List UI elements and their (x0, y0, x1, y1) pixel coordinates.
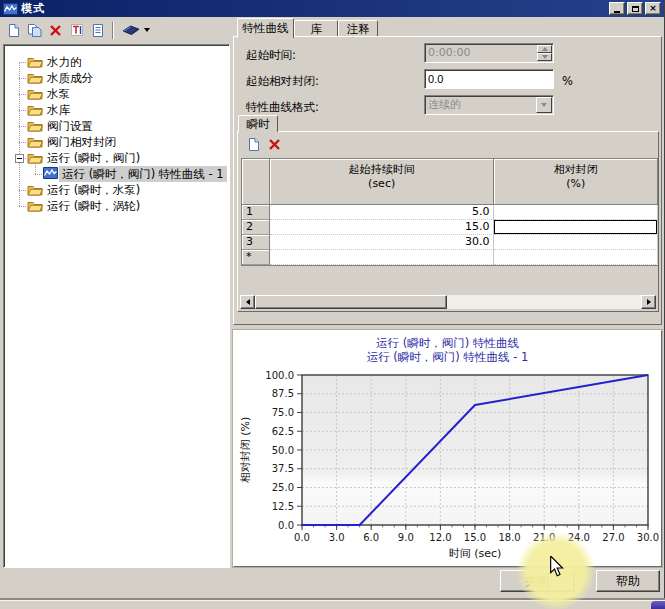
folder-icon (27, 135, 43, 148)
x-tick-label: 27.0 (602, 532, 624, 543)
closure-cell[interactable] (494, 205, 658, 220)
tree-stub-line (19, 94, 26, 95)
maximize-button[interactable] (627, 2, 643, 15)
tree-item-0[interactable]: 水力的 (6, 54, 227, 70)
folder-icon (27, 199, 43, 212)
x-tick-label: 24.0 (568, 532, 590, 543)
taskbar-corner-accent (651, 601, 665, 609)
tree-item-9[interactable]: 运行 (瞬时，涡轮) (6, 198, 227, 214)
tab-transient[interactable]: 瞬时 (238, 115, 278, 132)
tree-collapse-toggle[interactable] (15, 154, 24, 163)
delete-button[interactable] (45, 20, 66, 40)
help-button[interactable]: 帮助 (596, 570, 660, 592)
closure-cell[interactable] (494, 220, 658, 235)
column-unit: (%) (566, 177, 585, 190)
transient-sub-panel: 起始持续时间(sec)相对封闭(%)15.0215.0330.0* (237, 131, 659, 312)
grid-toolbar (243, 134, 285, 154)
mode-dialog: 模式 × 水力的水质成分水泵水库阀门设置阀门相对封闭运行 (瞬时，阀门)运行 (… (0, 0, 665, 600)
x-tick-label: 0.0 (294, 532, 310, 543)
tree-item-1[interactable]: 水质成分 (6, 70, 227, 86)
library-button[interactable] (118, 20, 152, 40)
chart-subtitle: 运行 (瞬时，阀门) 特性曲线 - 1 (234, 350, 661, 365)
column-header-0[interactable] (242, 159, 270, 205)
initial-closure-input[interactable] (424, 69, 554, 89)
scroll-right-button[interactable] (641, 295, 656, 309)
initial-closure-label: 起始相对封闭: (246, 71, 319, 91)
percent-unit-label: % (562, 71, 573, 91)
start-time-spinner[interactable]: 0:00:00 (424, 43, 554, 63)
delete-row-button[interactable] (264, 134, 285, 154)
column-unit: (sec) (368, 177, 395, 190)
tree-item-5[interactable]: 阀门相对封闭 (6, 134, 227, 150)
duration-cell[interactable]: 5.0 (270, 205, 494, 220)
tree-stub-line (19, 190, 26, 191)
tree-item-2[interactable]: 水泵 (6, 86, 227, 102)
rename-button[interactable] (66, 20, 87, 40)
tab-0[interactable]: 特性曲线 (237, 18, 294, 38)
curve-format-dropdown[interactable]: 连续的 (424, 95, 554, 115)
rename-icon (70, 23, 84, 37)
scrollbar-thumb[interactable] (255, 295, 447, 309)
tree-stub-line (19, 62, 26, 63)
properties-icon (91, 23, 105, 38)
characteristic-curve-tab-panel: 起始时间: 0:00:00 起始相对封闭: % 特性曲线格式: 连续的 瞬时 起… (233, 36, 662, 325)
tree-item-6[interactable]: 运行 (瞬时，阀门) (6, 150, 227, 166)
screen: 模式 × 水力的水质成分水泵水库阀门设置阀门相对封闭运行 (瞬时，阀门)运行 (… (0, 0, 665, 609)
add-row-button[interactable] (243, 134, 264, 154)
y-tick-label: 75.0 (272, 407, 294, 418)
properties-button[interactable] (87, 20, 108, 40)
points-table[interactable]: 起始持续时间(sec)相对封闭(%)15.0215.0330.0* (241, 158, 659, 266)
tree-item-7[interactable]: 运行 (瞬时，阀门) 特性曲线 - 1 (6, 166, 227, 182)
horizontal-scrollbar[interactable] (240, 295, 656, 309)
closure-cell[interactable] (494, 235, 658, 250)
duration-cell[interactable]: 15.0 (270, 220, 494, 235)
closure-cell[interactable] (494, 250, 658, 265)
folder-icon (27, 183, 43, 196)
dropdown-button[interactable] (536, 97, 552, 113)
tree-item-3[interactable]: 水库 (6, 102, 227, 118)
tab-2[interactable]: 注释 (338, 20, 378, 37)
close-window-button[interactable]: × (645, 2, 661, 15)
tree-item-8[interactable]: 运行 (瞬时，水泵) (6, 182, 227, 198)
chart-title: 运行 (瞬时，阀门) 特性曲线 (234, 336, 661, 351)
spin-down-button[interactable] (537, 53, 552, 61)
app-icon (3, 3, 18, 15)
spin-up-icon (542, 47, 548, 51)
new-button[interactable] (3, 20, 24, 40)
scroll-left-button[interactable] (240, 295, 255, 309)
model-tree[interactable]: 水力的水质成分水泵水库阀门设置阀门相对封闭运行 (瞬时，阀门)运行 (瞬时，阀门… (3, 44, 230, 568)
row-header[interactable]: 3 (242, 235, 270, 250)
titlebar[interactable]: 模式 × (0, 0, 664, 17)
duration-cell[interactable]: 30.0 (270, 235, 494, 250)
close-dialog-button[interactable]: 关闭 (500, 570, 575, 592)
tab-1[interactable]: 库 (294, 20, 338, 37)
spin-up-button[interactable] (537, 45, 552, 53)
app-curve-icon (3, 3, 18, 15)
column-header-1[interactable]: 起始持续时间(sec) (270, 159, 494, 205)
row-header[interactable]: * (242, 250, 270, 265)
x-tick-label: 12.0 (429, 532, 451, 543)
copy-icon (27, 23, 42, 38)
y-tick-label: 50.0 (272, 445, 294, 456)
x-axis-label: 时间 (sec) (449, 547, 502, 560)
y-tick-label: 25.0 (272, 482, 294, 493)
y-tick-label: 12.5 (272, 501, 294, 512)
tree-item-4[interactable]: 阀门设置 (6, 118, 227, 134)
duration-cell[interactable] (270, 250, 494, 265)
y-tick-label: 87.5 (272, 388, 294, 399)
main-toolbar (0, 17, 232, 43)
x-tick-label: 15.0 (464, 532, 486, 543)
maximize-icon (632, 6, 639, 12)
column-header-2[interactable]: 相对封闭(%) (494, 159, 658, 205)
row-header[interactable]: 1 (242, 205, 270, 220)
tree-item-label: 运行 (瞬时，涡轮) (44, 198, 143, 214)
x-tick-label: 6.0 (363, 532, 379, 543)
row-header[interactable]: 2 (242, 220, 270, 235)
table-row: 330.0 (242, 235, 658, 250)
taskbar-sliver (0, 600, 665, 609)
copy-button[interactable] (24, 20, 45, 40)
folder-icon (27, 151, 43, 164)
delete-row-icon (268, 138, 281, 151)
table-row: 215.0 (242, 220, 658, 235)
minimize-button[interactable] (609, 2, 625, 15)
